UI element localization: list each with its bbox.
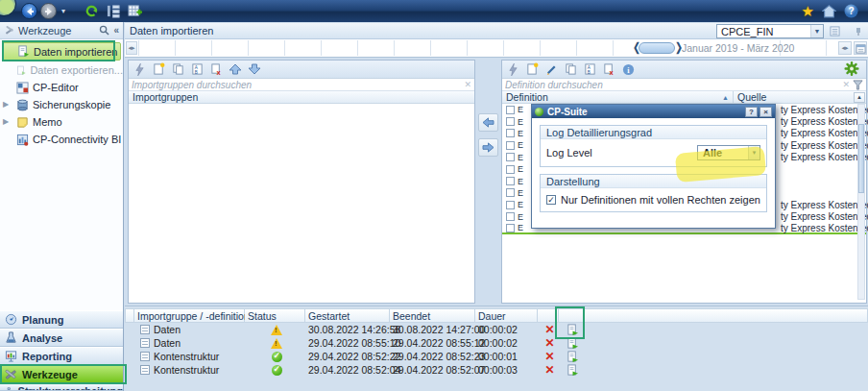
definition-name-fragment: E	[518, 200, 523, 209]
structure-view-button[interactable]	[105, 3, 122, 20]
open-log-button[interactable]	[559, 351, 584, 363]
delete-button[interactable]: x	[208, 62, 224, 77]
edit-definition-button[interactable]	[543, 62, 559, 77]
move-up-button[interactable]	[228, 62, 243, 77]
row-checkbox[interactable]	[506, 117, 515, 126]
clear-search-icon[interactable]: ✕	[464, 80, 471, 89]
delete-log-entry-button[interactable]: ✕	[538, 336, 559, 350]
nav-item-planung[interactable]: Planung	[0, 310, 123, 329]
dialog-close-button[interactable]: ×	[760, 107, 772, 117]
sidebar-item-memo[interactable]: ▶ Memo	[0, 113, 123, 131]
importgruppen-search-input[interactable]	[132, 80, 464, 90]
assign-right-button[interactable]	[478, 138, 498, 157]
refresh-button[interactable]	[83, 3, 100, 20]
importgruppen-list-header[interactable]: Importgruppen	[129, 91, 474, 104]
module-nav: Planung Analyse Reporting Werkzeuge	[0, 310, 123, 391]
move-down-button[interactable]	[247, 62, 262, 77]
sidebar-item-daten-importieren[interactable]: Daten importieren	[2, 42, 121, 61]
row-checkbox[interactable]	[506, 188, 515, 197]
timeline-tick	[175, 40, 176, 56]
settings-gear-button[interactable]	[844, 61, 859, 76]
row-checkbox[interactable]	[506, 212, 515, 221]
copy-button[interactable]	[170, 62, 185, 77]
info-button[interactable]: i	[620, 62, 636, 77]
definition-type-icon	[140, 325, 150, 334]
row-checkbox[interactable]	[506, 177, 515, 185]
sidebar-item-sicherungskopie[interactable]: ▶ Sicherungskopie	[0, 96, 123, 113]
nav-item-analyse[interactable]: Analyse	[0, 329, 123, 347]
new-importgruppe-button[interactable]	[151, 62, 166, 77]
sort-definitions-button[interactable]: A B	[582, 62, 597, 77]
collapse-sidebar-icon[interactable]: «	[113, 25, 119, 36]
home-icon[interactable]	[822, 5, 836, 18]
profile-select[interactable]: CPCE_FIN ▼	[716, 24, 824, 38]
assign-left-button[interactable]	[478, 113, 498, 132]
favorite-star-icon[interactable]: ★	[802, 4, 814, 18]
sidebar-item-cp-editor[interactable]: CP-Editor	[0, 79, 123, 96]
app-orb-button[interactable]	[0, 0, 16, 16]
history-dropdown-caret[interactable]: ▾	[61, 7, 65, 15]
new-definition-button[interactable]	[524, 62, 540, 77]
status-icon	[272, 352, 282, 362]
profile-options-button[interactable]	[828, 25, 841, 37]
copy-definition-button[interactable]	[563, 62, 578, 77]
open-log-button[interactable]	[559, 364, 584, 377]
timeline-tick	[248, 40, 249, 56]
timeline-scroll-left-button[interactable]: ◂▸	[126, 41, 137, 55]
run-import-button[interactable]	[132, 62, 147, 77]
calendar-button[interactable]	[854, 41, 867, 55]
quelle-cell: ty Express Kostenrechn	[781, 140, 868, 151]
svg-text:?: ?	[848, 6, 854, 16]
pin-panel-button[interactable]	[852, 25, 865, 37]
row-checkbox[interactable]	[506, 201, 515, 209]
timeline-scroll-right-button[interactable]: ◂▸	[838, 41, 852, 55]
nav-item-werkzeuge[interactable]: Werkzeuge	[0, 365, 123, 383]
definition-search-input[interactable]	[505, 80, 842, 90]
log-table-header[interactable]: Importgruppe / -definition Status Gestar…	[125, 308, 868, 323]
row-checkbox[interactable]	[506, 224, 515, 232]
sort-ascending-icon[interactable]: ▲	[722, 94, 729, 101]
sidebar-item-daten-exportieren[interactable]: Daten exportieren...	[0, 61, 123, 79]
row-checkbox[interactable]	[506, 129, 515, 137]
dialog-help-button[interactable]: ?	[745, 107, 758, 117]
rights-filter-checkbox[interactable]: ✓	[546, 195, 556, 205]
delete-log-entry-button[interactable]: ✕	[538, 323, 559, 336]
insert-table-button[interactable]	[127, 3, 144, 20]
run-definition-button[interactable]	[505, 62, 520, 77]
expand-icon[interactable]: ▶	[3, 117, 9, 126]
nav-item-reporting[interactable]: Reporting	[0, 347, 123, 365]
back-button[interactable]	[21, 3, 37, 19]
row-checkbox[interactable]	[506, 153, 515, 161]
table-row[interactable]: Daten 29.04.2022 08:55:10 29.04.2022 08:…	[125, 336, 868, 350]
sort-ab-icon: A B	[191, 62, 204, 76]
forward-button[interactable]	[40, 3, 57, 19]
nav-item-strukturverarbeitung[interactable]: Strukturverarbeitung	[0, 383, 123, 391]
open-log-button[interactable]	[559, 324, 584, 336]
column-options-button[interactable]: ▲	[854, 92, 865, 103]
definition-scrollbar[interactable]	[857, 104, 865, 300]
open-log-button[interactable]	[559, 337, 584, 350]
delete-log-entry-button[interactable]: ✕	[538, 350, 559, 363]
help-icon[interactable]: ?	[844, 4, 858, 18]
clear-search-icon[interactable]: ✕	[842, 80, 850, 89]
sidebar-item-cp-connectivity-bi[interactable]: CP-Connectivity BI	[0, 131, 123, 148]
row-checkbox[interactable]	[506, 141, 515, 150]
timeline-bar[interactable]: ◂▸ ❬ ❭ Januar 2019 - März 2020 ◂▸	[125, 39, 868, 58]
definition-list-header[interactable]: Definition ▲ Quelle ▲	[502, 91, 866, 104]
row-checkbox[interactable]	[506, 165, 515, 174]
table-row[interactable]: Kontenstruktur 29.04.2022 08:52:04 29.04…	[125, 363, 868, 377]
table-row[interactable]: Daten 30.08.2022 14:26:58 30.08.2022 14:…	[125, 323, 868, 336]
timeline-slider-thumb[interactable]	[639, 42, 675, 54]
dialog-title: CP-Suite	[547, 107, 588, 117]
dialog-titlebar[interactable]: CP-Suite ? ×	[532, 105, 775, 118]
scrollbar-thumb[interactable]	[858, 124, 864, 193]
delete-log-entry-button[interactable]: ✕	[538, 363, 559, 377]
sort-button[interactable]: A B	[189, 62, 205, 77]
table-row[interactable]: Kontenstruktur 29.04.2022 08:52:22 29.04…	[125, 350, 868, 363]
delete-definition-button[interactable]: x	[601, 62, 616, 77]
filter-icon[interactable]	[853, 80, 863, 90]
expand-icon[interactable]: ▶	[3, 100, 9, 109]
row-checkbox[interactable]	[506, 106, 515, 114]
search-icon[interactable]	[99, 25, 109, 36]
log-level-select[interactable]: Alle ▼	[697, 145, 760, 160]
